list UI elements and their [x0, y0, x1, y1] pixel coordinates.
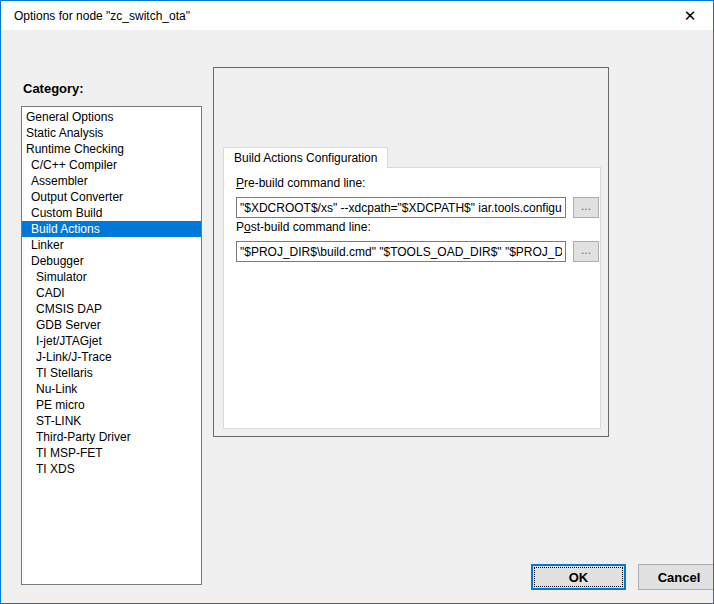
pre-build-label: Pre-build command line:	[236, 176, 365, 190]
category-item-ti-xds[interactable]: TI XDS	[22, 461, 201, 477]
options-dialog: Options for node "zc_switch_ota" ✕ Categ…	[0, 0, 714, 604]
cancel-button[interactable]: Cancel	[638, 564, 714, 590]
category-item-j-link-j-trace[interactable]: J-Link/J-Trace	[22, 349, 201, 365]
category-item-general-options[interactable]: General Options	[22, 109, 201, 125]
category-item-gdb-server[interactable]: GDB Server	[22, 317, 201, 333]
category-item-linker[interactable]: Linker	[22, 237, 201, 253]
category-item-nu-link[interactable]: Nu-Link	[22, 381, 201, 397]
category-item-cmsis-dap[interactable]: CMSIS DAP	[22, 301, 201, 317]
window-title: Options for node "zc_switch_ota"	[14, 1, 190, 31]
category-item-simulator[interactable]: Simulator	[22, 269, 201, 285]
pre-build-command-input[interactable]	[236, 197, 566, 218]
category-item-output-converter[interactable]: Output Converter	[22, 189, 201, 205]
category-item-assembler[interactable]: Assembler	[22, 173, 201, 189]
ok-button[interactable]: OK	[531, 564, 626, 590]
post-build-command-input[interactable]	[236, 241, 566, 262]
post-build-label: Post-build command line:	[236, 220, 371, 234]
category-item-custom-build[interactable]: Custom Build	[22, 205, 201, 221]
category-item-third-party-driver[interactable]: Third-Party Driver	[22, 429, 201, 445]
category-item-i-jet-jtagjet[interactable]: I-jet/JTAGjet	[22, 333, 201, 349]
category-item-pe-micro[interactable]: PE micro	[22, 397, 201, 413]
title-bar: Options for node "zc_switch_ota" ✕	[1, 1, 713, 31]
tab-build-actions-configuration[interactable]: Build Actions Configuration	[223, 147, 388, 168]
category-listbox[interactable]: General OptionsStatic AnalysisRuntime Ch…	[21, 106, 202, 585]
build-actions-tabpage: Pre-build command line: ... Post-build c…	[223, 167, 601, 429]
category-item-st-link[interactable]: ST-LINK	[22, 413, 201, 429]
post-build-browse-button[interactable]: ...	[573, 241, 599, 262]
category-item-c-c-compiler[interactable]: C/C++ Compiler	[22, 157, 201, 173]
close-icon[interactable]: ✕	[667, 1, 713, 31]
category-item-debugger[interactable]: Debugger	[22, 253, 201, 269]
pre-build-browse-button[interactable]: ...	[573, 197, 599, 218]
category-item-static-analysis[interactable]: Static Analysis	[22, 125, 201, 141]
category-item-ti-stellaris[interactable]: TI Stellaris	[22, 365, 201, 381]
category-item-cadi[interactable]: CADI	[22, 285, 201, 301]
category-item-runtime-checking[interactable]: Runtime Checking	[22, 141, 201, 157]
category-item-build-actions[interactable]: Build Actions	[22, 221, 201, 237]
category-item-ti-msp-fet[interactable]: TI MSP-FET	[22, 445, 201, 461]
category-label: Category:	[23, 81, 84, 96]
